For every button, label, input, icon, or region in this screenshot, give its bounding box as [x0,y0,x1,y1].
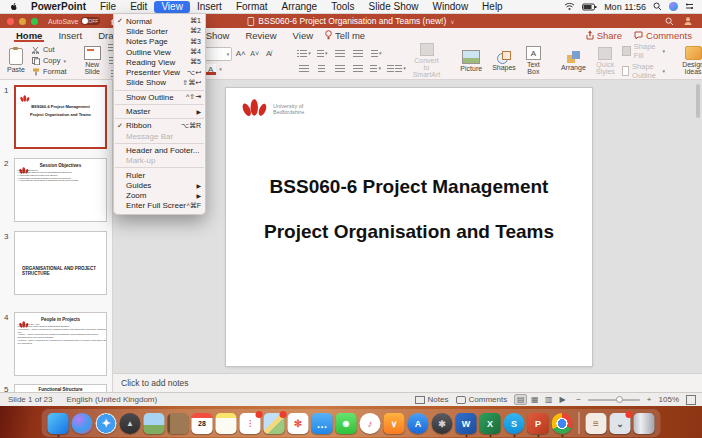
slide-title-line2[interactable]: Project Organisation and Teams [226,221,592,243]
dock-icon-maps[interactable] [264,413,285,434]
fit-slide-to-window-button[interactable] [686,395,696,405]
increase-font-icon[interactable]: A˄ [235,48,246,59]
thumbnail-preview[interactable]: BSS060-6 Project ManagementProject Organ… [14,85,107,149]
shapes-button[interactable]: Shapes [489,50,519,72]
slide-title-line1[interactable]: BSS060-6 Project Management [226,176,592,198]
close-window-button[interactable] [7,18,14,25]
share-button[interactable]: Share [586,30,622,41]
menubar-item-insert[interactable]: Insert [190,1,229,13]
shape-fill-button[interactable]: Shape Fill▾ [622,42,665,60]
thumbnail-preview[interactable]: People in ProjectsAccording to the APM: … [14,312,107,376]
bullets-icon[interactable]: ▾ [297,48,311,59]
dock-icon-system-preferences[interactable]: ✱ [432,413,453,434]
text-box-button[interactable]: AText Box [523,45,544,76]
menu-item-presenter-view[interactable]: Presenter View⌥↩ [114,67,205,77]
dock-icon-excel[interactable]: X [480,413,501,434]
dock-icon-books[interactable]: ∨ [384,413,405,434]
dock-icon-powerpoint[interactable]: P [528,413,549,434]
zoom-slider[interactable] [588,399,640,401]
tab-home[interactable]: Home [8,28,50,42]
menu-item-ruler[interactable]: Ruler [114,170,205,180]
dock-icon-chrome[interactable] [552,413,573,434]
dock-icon-photos-preview[interactable] [144,413,165,434]
notes-toggle-button[interactable]: Notes [415,395,449,404]
tab-insert[interactable]: Insert [50,28,90,42]
quick-styles-button[interactable]: Quick Styles [593,46,618,76]
zoom-window-button[interactable] [31,18,38,25]
menubar-item-powerpoint[interactable]: PowerPoint [24,1,93,13]
menubar-item-format[interactable]: Format [229,1,275,13]
dock-icon-documents-stack[interactable]: ≡ [586,413,607,434]
dock-icon-reminders[interactable]: ⋮ [240,413,261,434]
copy-button[interactable]: Copy▾ [32,56,67,65]
slide-thumbnail-2[interactable]: 2Session ObjectivesLearning Objectives: … [0,158,113,222]
normal-view-button[interactable]: ▤ [514,394,527,405]
minimize-window-button[interactable] [19,18,26,25]
text-direction-icon[interactable]: ▾ [370,48,383,59]
paste-button[interactable]: Paste [4,47,28,74]
menu-item-notes-page[interactable]: Notes Page⌘3 [114,37,205,47]
language-indicator[interactable]: English (United Kingdom) [66,395,157,404]
dock-icon-contacts[interactable] [168,413,189,434]
spotlight-icon[interactable] [653,2,662,11]
slide-number-indicator[interactable]: Slide 1 of 23 [8,395,52,404]
arrange-button[interactable]: Arrange [558,50,589,72]
menubar-item-help[interactable]: Help [475,1,510,13]
account-icon[interactable] [683,16,693,26]
slide-canvas[interactable]: University ofBedfordshire BSS060-6 Proje… [226,88,592,366]
menu-item-master[interactable]: Master▶ [114,106,205,116]
columns-icon[interactable]: ▾ [387,63,406,74]
justify-icon[interactable] [351,63,364,74]
menu-item-reading-view[interactable]: Reading View⌘5 [114,57,205,67]
dock-icon-trash[interactable] [634,413,655,434]
tab-review[interactable]: Review [237,28,284,42]
comments-button[interactable]: Comments [634,30,692,41]
apple-menu-icon[interactable] [9,2,18,11]
wifi-icon[interactable] [564,2,575,11]
picture-button[interactable]: Picture [457,49,485,73]
menu-item-slide-sorter[interactable]: Slide Sorter⌘2 [114,26,205,36]
menubar-item-tools[interactable]: Tools [324,1,361,13]
align-left-icon[interactable] [297,63,310,74]
notification-center-icon[interactable] [685,2,694,11]
dock-icon-siri[interactable] [72,413,93,434]
notes-pane[interactable]: Click to add notes [113,373,702,392]
slide-thumbnail-5[interactable]: 5Functional Structure [0,384,113,392]
numbering-icon[interactable]: ▾ [316,48,329,59]
dock-icon-word[interactable]: W [456,413,477,434]
cut-button[interactable]: Cut [32,45,67,54]
vertical-scrollbar[interactable] [696,84,700,118]
menu-item-zoom[interactable]: Zoom▶ [114,190,205,200]
menubar-item-edit[interactable]: Edit [123,1,154,13]
thumbnail-preview[interactable]: ORGANISATIONAL AND PROJECT STRUCTURE [14,231,107,295]
decrease-font-icon[interactable]: A˅ [249,48,260,59]
thumbnail-preview[interactable]: Functional Structure [14,384,107,392]
dock-icon-photos[interactable]: ✻ [288,413,309,434]
shape-outline-button[interactable]: Shape Outline▾ [622,62,665,80]
dock-icon-calendar[interactable]: 28 [192,413,213,434]
dock-icon-notes[interactable] [216,413,237,434]
dock-icon-music[interactable]: ♪ [360,413,381,434]
new-slide-button[interactable]: New Slide [81,45,104,76]
menubar-item-window[interactable]: Window [426,1,476,13]
dock-icon-facetime[interactable]: ◉ [336,413,357,434]
slide-thumbnail-4[interactable]: 4People in ProjectsAccording to the APM:… [0,312,113,376]
zoom-out-button[interactable]: − [576,395,581,404]
menu-item-enter-full-screen[interactable]: Enter Full Screen^⌘F [114,201,205,211]
indent-decrease-icon[interactable] [334,48,347,59]
align-right-icon[interactable] [333,63,346,74]
menu-item-outline-view[interactable]: Outline View⌘4 [114,47,205,57]
font-size-select[interactable]: ▾ [202,47,232,61]
siri-icon[interactable] [669,2,678,11]
dock-icon-launchpad[interactable]: ▲ [120,413,141,434]
thumbnail-preview[interactable]: Session ObjectivesLearning Objectives: •… [14,158,107,222]
menubar-clock[interactable]: Mon 11:56 [604,2,646,12]
comments-toggle-button[interactable]: Comments [456,395,508,404]
dock-icon-finder[interactable] [48,413,69,434]
dock-icon-safari[interactable]: ✦ [96,413,117,434]
menubar-item-file[interactable]: File [93,1,123,13]
document-title-area[interactable]: BSS060-6 Project Organisation and Teams … [247,16,454,26]
slideshow-view-button[interactable]: ▶ [556,394,569,405]
search-icon[interactable] [665,17,674,26]
menu-item-guides[interactable]: Guides▶ [114,180,205,190]
